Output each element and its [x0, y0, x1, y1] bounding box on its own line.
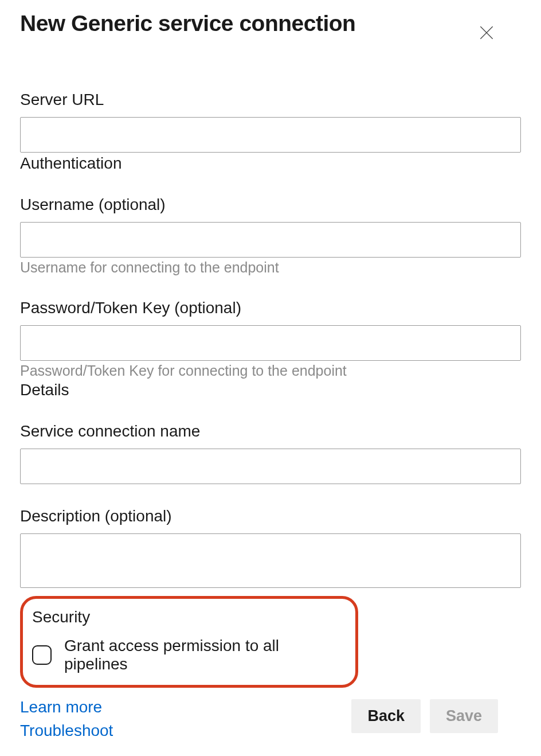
password-label: Password/Token Key (optional)	[20, 299, 521, 317]
dialog-title: New Generic service connection	[20, 11, 355, 36]
description-label: Description (optional)	[20, 507, 521, 525]
server-url-label: Server URL	[20, 91, 521, 109]
grant-access-row: Grant access permission to all pipelines	[29, 637, 345, 673]
connection-name-label: Service connection name	[20, 422, 521, 441]
password-input[interactable]	[20, 325, 521, 361]
back-button[interactable]: Back	[351, 699, 421, 733]
username-field-group: Username (optional) Username for connect…	[20, 196, 521, 276]
security-heading: Security	[29, 608, 345, 626]
server-url-input[interactable]	[20, 117, 521, 153]
footer-links: Learn more Troubleshoot	[20, 696, 113, 742]
description-input[interactable]	[20, 533, 521, 588]
description-field-group: Description (optional)	[20, 507, 521, 590]
authentication-section-heading: Authentication	[20, 154, 521, 173]
username-label: Username (optional)	[20, 196, 521, 214]
connection-name-field-group: Service connection name	[20, 422, 521, 484]
connection-name-input[interactable]	[20, 449, 521, 484]
dialog-footer: Learn more Troubleshoot Back Save	[20, 696, 521, 742]
password-helper: Password/Token Key for connecting to the…	[20, 363, 521, 379]
footer-buttons: Back Save	[351, 699, 521, 733]
grant-access-label[interactable]: Grant access permission to all pipelines	[64, 637, 345, 673]
details-section-heading: Details	[20, 381, 521, 399]
learn-more-link[interactable]: Learn more	[20, 696, 113, 718]
username-helper: Username for connecting to the endpoint	[20, 259, 521, 276]
dialog-header: New Generic service connection	[20, 11, 521, 45]
close-button[interactable]	[475, 22, 498, 45]
troubleshoot-link[interactable]: Troubleshoot	[20, 719, 113, 742]
security-section: Security Grant access permission to all …	[20, 596, 358, 688]
password-field-group: Password/Token Key (optional) Password/T…	[20, 299, 521, 379]
server-url-field-group: Server URL	[20, 91, 521, 153]
close-icon	[477, 24, 496, 44]
grant-access-checkbox[interactable]	[32, 645, 52, 665]
username-input[interactable]	[20, 222, 521, 258]
save-button[interactable]: Save	[430, 699, 498, 733]
